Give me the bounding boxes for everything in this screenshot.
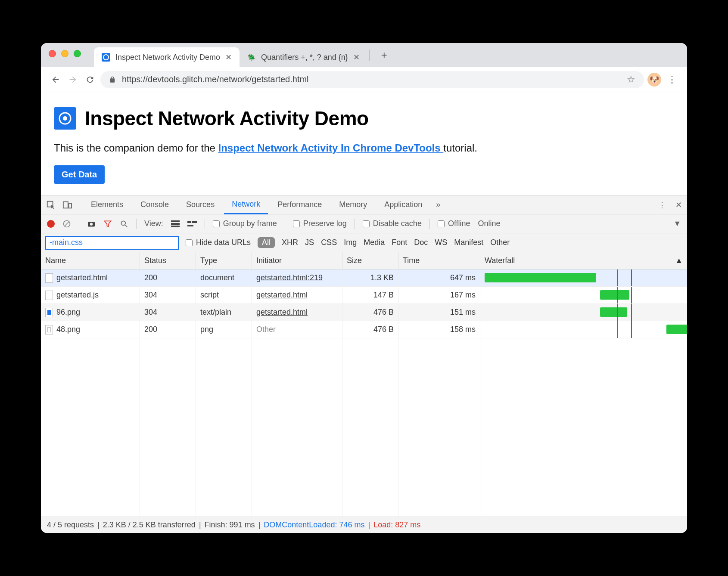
- devtools-close-icon[interactable]: ✕: [675, 200, 682, 210]
- page-intro: This is the companion demo for the Inspe…: [54, 142, 674, 154]
- table-row[interactable]: 48.png200pngOther476 B158 ms: [41, 321, 687, 338]
- tab-network[interactable]: Network: [224, 195, 268, 214]
- divider: [355, 219, 355, 229]
- devtools-favicon-icon: [102, 53, 110, 62]
- url-text: https://devtools.glitch.me/network/getst…: [122, 74, 621, 84]
- preserve-log-checkbox[interactable]: Preserve log: [293, 219, 347, 228]
- disable-cache-checkbox[interactable]: Disable cache: [363, 219, 422, 228]
- tab-sources[interactable]: Sources: [178, 196, 222, 214]
- cell-initiator[interactable]: getstarted.html: [256, 308, 308, 317]
- col-time[interactable]: Time: [398, 252, 480, 269]
- filter-type-js[interactable]: JS: [305, 238, 314, 247]
- profile-avatar[interactable]: 🐶: [647, 73, 661, 87]
- divider: [79, 219, 79, 229]
- browser-menu-button[interactable]: ⋮: [665, 74, 679, 85]
- hide-data-urls-checkbox[interactable]: Hide data URLs: [186, 238, 251, 247]
- clear-icon[interactable]: [62, 220, 71, 228]
- tab-performance[interactable]: Performance: [270, 196, 330, 214]
- filter-type-doc[interactable]: Doc: [414, 238, 428, 247]
- screenshot-icon[interactable]: [87, 220, 96, 227]
- svg-rect-7: [69, 203, 72, 208]
- maximize-window-button[interactable]: [74, 50, 81, 57]
- tab-title: Inspect Network Activity Demo: [115, 53, 220, 62]
- close-window-button[interactable]: [49, 50, 56, 57]
- filter-type-all[interactable]: All: [258, 237, 275, 248]
- filter-type-css[interactable]: CSS: [321, 238, 337, 247]
- large-rows-icon[interactable]: [171, 220, 180, 227]
- svg-point-4: [63, 116, 67, 121]
- filter-input[interactable]: [45, 236, 179, 250]
- cell-size: 1.3 KB: [342, 269, 398, 286]
- back-button[interactable]: [49, 73, 62, 87]
- svg-rect-18: [192, 221, 197, 223]
- col-size[interactable]: Size: [342, 252, 398, 269]
- col-waterfall[interactable]: Waterfall▲: [480, 252, 687, 269]
- file-icon: [45, 273, 53, 283]
- svg-text:🪲: 🪲: [247, 53, 256, 62]
- filter-type-ws[interactable]: WS: [435, 238, 447, 247]
- filter-icon[interactable]: [103, 220, 112, 228]
- filter-type-other[interactable]: Other: [490, 238, 510, 247]
- offline-checkbox[interactable]: Offline: [438, 219, 470, 228]
- filter-type-img[interactable]: Img: [344, 238, 357, 247]
- page-logo-icon: [54, 107, 76, 130]
- filter-type-manifest[interactable]: Manifest: [454, 238, 483, 247]
- filter-type-xhr[interactable]: XHR: [282, 238, 298, 247]
- tab-active[interactable]: Inspect Network Activity Demo ✕: [94, 47, 240, 67]
- forward-button[interactable]: [66, 73, 80, 87]
- titlebar: Inspect Network Activity Demo ✕ 🪲 Quanti…: [41, 43, 687, 67]
- table-row[interactable]: 96.png304text/plaingetstarted.html476 B1…: [41, 304, 687, 321]
- reload-button[interactable]: [83, 73, 97, 87]
- tab-memory[interactable]: Memory: [331, 196, 375, 214]
- bookmark-star-icon[interactable]: ☆: [627, 74, 635, 85]
- cell-status: 200: [140, 321, 196, 338]
- overview-icon[interactable]: [187, 220, 197, 227]
- col-type[interactable]: Type: [196, 252, 252, 269]
- table-row[interactable]: getstarted.js304scriptgetstarted.html147…: [41, 287, 687, 304]
- tab-inactive[interactable]: 🪲 Quantifiers +, *, ? and {n} ✕: [240, 47, 367, 67]
- device-toolbar-icon[interactable]: [62, 200, 72, 210]
- devtools-menu-icon[interactable]: ⋮: [658, 200, 666, 210]
- close-tab-icon[interactable]: ✕: [353, 53, 360, 62]
- tab-elements[interactable]: Elements: [83, 196, 131, 214]
- file-icon: [45, 325, 53, 334]
- group-by-frame-checkbox[interactable]: Group by frame: [213, 219, 277, 228]
- filter-type-font[interactable]: Font: [392, 238, 407, 247]
- search-icon[interactable]: [120, 220, 128, 228]
- tab-console[interactable]: Console: [133, 196, 177, 214]
- col-status[interactable]: Status: [140, 252, 196, 269]
- online-label[interactable]: Online: [478, 219, 501, 228]
- network-toolbar: View: Group by frame Preserve log Disabl…: [41, 214, 687, 233]
- cell-initiator[interactable]: getstarted.html: [256, 291, 308, 300]
- record-button[interactable]: [47, 220, 55, 228]
- cell-initiator[interactable]: getstarted.html:219: [256, 273, 323, 282]
- new-tab-button[interactable]: +: [376, 46, 393, 64]
- cell-waterfall: [480, 269, 687, 286]
- filter-type-media[interactable]: Media: [364, 238, 385, 247]
- status-finish: Finish: 991 ms: [205, 520, 255, 530]
- cell-size: 147 B: [342, 287, 398, 303]
- more-tabs-icon[interactable]: »: [436, 200, 440, 209]
- table-row[interactable]: getstarted.html200documentgetstarted.htm…: [41, 269, 687, 287]
- devtools-tabstrip: Elements Console Sources Network Perform…: [41, 195, 687, 214]
- minimize-window-button[interactable]: [61, 50, 68, 57]
- inspect-element-icon[interactable]: [46, 200, 56, 210]
- tab-application[interactable]: Application: [376, 196, 430, 214]
- address-bar[interactable]: https://devtools.glitch.me/network/getst…: [100, 71, 644, 88]
- svg-rect-19: [187, 225, 193, 226]
- cell-waterfall: [480, 304, 687, 321]
- cell-waterfall: [480, 287, 687, 303]
- tutorial-link[interactable]: Inspect Network Activity In Chrome DevTo…: [218, 142, 444, 154]
- status-dcl: DOMContentLoaded: 746 ms: [264, 520, 364, 530]
- cell-waterfall: [480, 321, 687, 338]
- col-initiator[interactable]: Initiator: [252, 252, 342, 269]
- bug-favicon-icon: 🪲: [247, 53, 256, 62]
- cell-time: 647 ms: [398, 269, 480, 286]
- col-name[interactable]: Name: [41, 252, 140, 269]
- file-name: getstarted.js: [56, 291, 99, 300]
- cell-size: 476 B: [342, 304, 398, 321]
- close-tab-icon[interactable]: ✕: [225, 53, 232, 62]
- cell-time: 167 ms: [398, 287, 480, 303]
- get-data-button[interactable]: Get Data: [54, 165, 105, 184]
- throttle-dropdown-icon[interactable]: ▼: [673, 219, 681, 228]
